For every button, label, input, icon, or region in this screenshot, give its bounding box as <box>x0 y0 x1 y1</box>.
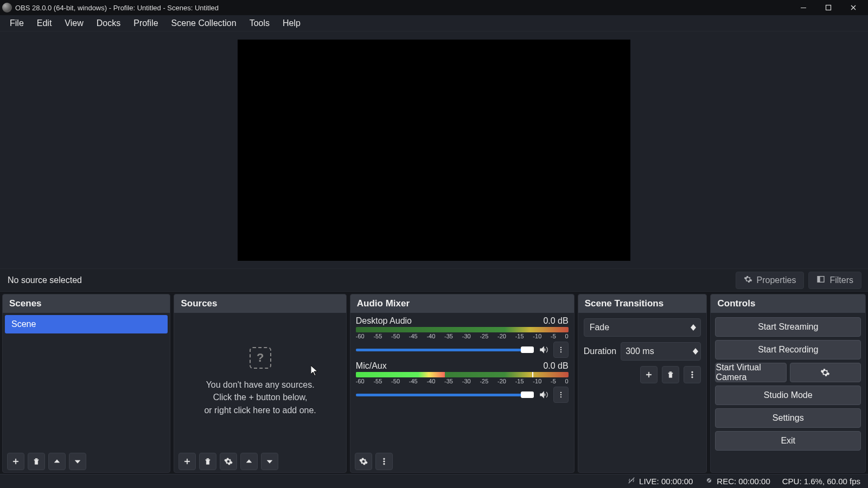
duration-label: Duration <box>584 346 616 356</box>
menu-edit[interactable]: Edit <box>30 16 59 30</box>
mixer-header: Audio Mixer <box>350 294 574 313</box>
scene-add-button[interactable] <box>7 453 24 470</box>
settings-button[interactable]: Settings <box>715 408 861 428</box>
status-live: LIVE: 00:00:00 <box>627 476 693 486</box>
scene-up-button[interactable] <box>48 453 66 470</box>
speaker-icon[interactable] <box>538 389 549 400</box>
channel-menu-button[interactable] <box>553 342 569 358</box>
sources-dock: Sources ? You don't have any sources. Cl… <box>174 294 346 473</box>
volume-slider[interactable] <box>356 394 534 396</box>
volume-thumb[interactable] <box>521 346 534 353</box>
start-streaming-button[interactable]: Start Streaming <box>715 317 861 337</box>
transition-menu-button[interactable] <box>684 366 701 383</box>
scene-remove-button[interactable] <box>28 453 45 470</box>
status-cpu: CPU: 1.6%, 60.00 fps <box>782 477 860 486</box>
controls-dock: Controls Start Streaming Start Recording… <box>710 294 866 473</box>
preview-canvas[interactable] <box>238 40 630 261</box>
source-down-button[interactable] <box>261 453 278 470</box>
channel-db: 0.0 dB <box>543 361 568 371</box>
menu-help[interactable]: Help <box>276 16 307 30</box>
virtual-camera-settings-button[interactable] <box>790 363 861 382</box>
meter-ticks: -60-55-50-45-40-35-30-25-20-15-10-50 <box>356 333 569 339</box>
sources-empty-line2: Click the + button below, <box>213 391 308 403</box>
channel-name: Desktop Audio <box>356 316 412 326</box>
docks-row: Scenes Scene Sources ? You don't have an… <box>0 292 868 474</box>
mixer-channel: Desktop Audio 0.0 dB -60-55-50-45-40-35-… <box>356 316 569 358</box>
scenes-list[interactable]: Scene <box>3 313 170 451</box>
transition-value: Fade <box>590 323 609 332</box>
menu-tools[interactable]: Tools <box>243 16 276 30</box>
controls-header: Controls <box>711 294 865 313</box>
menu-scene-collection[interactable]: Scene Collection <box>165 16 243 30</box>
svg-point-6 <box>560 351 561 352</box>
channel-menu-button[interactable] <box>553 387 569 403</box>
svg-rect-3 <box>818 276 820 282</box>
transition-remove-button[interactable] <box>662 366 679 383</box>
speaker-icon[interactable] <box>538 344 549 355</box>
maximize-button[interactable] <box>816 0 841 15</box>
scenes-dock: Scenes Scene <box>2 294 170 473</box>
mixer-menu-button[interactable] <box>375 453 393 470</box>
properties-label: Properties <box>757 275 796 285</box>
menu-view[interactable]: View <box>58 16 90 30</box>
audio-meter <box>356 372 569 377</box>
scene-down-button[interactable] <box>69 453 86 470</box>
filters-icon <box>816 275 825 286</box>
duration-spinner[interactable]: 300 ms <box>621 342 701 361</box>
svg-point-13 <box>692 371 693 373</box>
mixer-channel: Mic/Aux 0.0 dB -60-55-50-45-40-35-30-25-… <box>356 361 569 403</box>
minimize-button[interactable] <box>791 0 816 15</box>
meter-ticks: -60-55-50-45-40-35-30-25-20-15-10-50 <box>356 378 569 384</box>
context-bar: No source selected Properties Filters <box>0 269 868 292</box>
svg-point-12 <box>383 463 385 465</box>
svg-point-15 <box>692 376 693 378</box>
svg-point-7 <box>560 392 561 393</box>
properties-button[interactable]: Properties <box>736 272 805 289</box>
volume-thumb[interactable] <box>521 391 534 398</box>
mixer-dock: Audio Mixer Desktop Audio 0.0 dB -60-55-… <box>350 294 575 473</box>
sources-empty-line3: or right click here to add one. <box>204 404 316 416</box>
svg-point-8 <box>560 394 561 395</box>
menu-file[interactable]: File <box>3 16 30 30</box>
sources-empty-line1: You don't have any sources. <box>206 378 315 391</box>
studio-mode-button[interactable]: Studio Mode <box>715 386 861 405</box>
broadcast-icon <box>627 476 636 486</box>
source-add-button[interactable] <box>178 453 196 470</box>
channel-name: Mic/Aux <box>356 361 387 371</box>
svg-point-11 <box>383 461 385 463</box>
start-recording-button[interactable]: Start Recording <box>715 340 861 359</box>
status-rec: REC: 00:00:00 <box>705 476 770 486</box>
question-icon: ? <box>250 347 271 369</box>
transitions-header: Scene Transitions <box>578 294 707 313</box>
source-remove-button[interactable] <box>199 453 216 470</box>
channel-db: 0.0 dB <box>543 316 568 326</box>
svg-point-5 <box>560 349 561 350</box>
start-virtual-camera-button[interactable]: Start Virtual Camera <box>715 363 786 382</box>
svg-rect-1 <box>826 5 831 10</box>
record-icon <box>705 476 713 486</box>
menu-docks[interactable]: Docks <box>90 16 127 30</box>
preview-area[interactable] <box>0 31 868 269</box>
menu-profile[interactable]: Profile <box>127 16 164 30</box>
titlebar: OBS 28.0.0 (64-bit, windows) - Profile: … <box>0 0 868 15</box>
transitions-dock: Scene Transitions Fade Duration 300 ms <box>578 294 707 473</box>
sources-list[interactable]: ? You don't have any sources. Click the … <box>174 313 346 451</box>
volume-slider[interactable] <box>356 349 534 351</box>
mixer-advanced-button[interactable] <box>355 453 372 470</box>
source-up-button[interactable] <box>240 453 258 470</box>
chevron-updown-icon <box>691 324 696 331</box>
app-icon <box>2 3 12 12</box>
scene-item[interactable]: Scene <box>5 315 168 333</box>
scenes-header: Scenes <box>3 294 170 313</box>
filters-button[interactable]: Filters <box>808 272 861 289</box>
menubar: File Edit View Docks Profile Scene Colle… <box>0 15 868 31</box>
exit-button[interactable]: Exit <box>715 431 861 451</box>
close-button[interactable] <box>841 0 866 15</box>
sources-empty: ? You don't have any sources. Click the … <box>174 313 346 451</box>
gear-icon <box>744 275 752 286</box>
transition-add-button[interactable] <box>640 366 658 383</box>
transition-select[interactable]: Fade <box>584 318 701 337</box>
source-properties-button[interactable] <box>220 453 237 470</box>
selection-status: No source selected <box>7 275 82 285</box>
spinner-buttons[interactable] <box>693 348 698 355</box>
